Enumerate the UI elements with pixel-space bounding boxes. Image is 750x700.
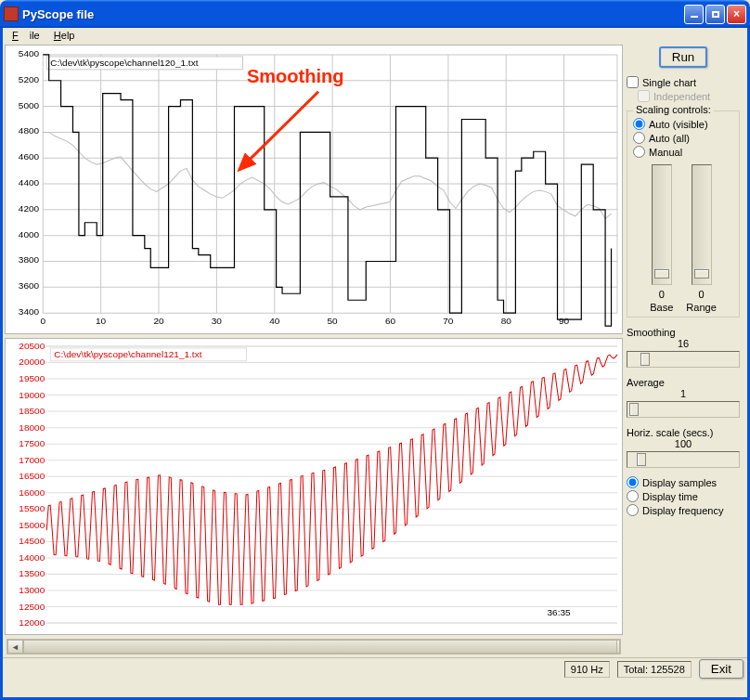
- window-title: PyScope file: [22, 7, 684, 21]
- svg-text:4000: 4000: [19, 229, 40, 240]
- smoothing-label: Smoothing: [627, 327, 740, 338]
- auto-visible-radio[interactable]: Auto (visible): [633, 117, 733, 131]
- base-slider[interactable]: [652, 164, 672, 285]
- range-label: Range: [686, 302, 716, 313]
- run-button[interactable]: Run: [659, 46, 707, 68]
- svg-text:16500: 16500: [19, 471, 45, 481]
- exit-button[interactable]: Exit: [699, 659, 744, 679]
- minimize-button[interactable]: [684, 5, 704, 24]
- svg-text:90: 90: [559, 316, 570, 326]
- svg-text:19500: 19500: [19, 373, 45, 383]
- svg-text:3600: 3600: [19, 280, 40, 291]
- svg-text:19000: 19000: [19, 390, 45, 400]
- smoothing-slider[interactable]: [627, 351, 740, 368]
- svg-text:50: 50: [328, 316, 339, 326]
- svg-text:12500: 12500: [19, 602, 45, 612]
- single-chart-label: Single chart: [642, 77, 696, 88]
- svg-text:18000: 18000: [19, 422, 45, 433]
- status-bar: 910 Hz Total: 125528 Exit: [3, 657, 747, 680]
- menu-bar: File Help: [3, 28, 747, 43]
- scroll-left-arrow-icon[interactable]: ◄: [7, 640, 23, 654]
- svg-text:4800: 4800: [19, 125, 40, 136]
- title-bar: PyScope file ×: [0, 0, 750, 28]
- svg-text:15500: 15500: [19, 503, 45, 513]
- svg-text:14500: 14500: [19, 536, 45, 546]
- annotation-smoothing-label: Smoothing: [247, 66, 343, 87]
- status-total: Total: 125528: [617, 661, 692, 678]
- chart-bottom: 2050020000195001900018500180001750017000…: [5, 338, 623, 635]
- range-slider[interactable]: [692, 164, 712, 285]
- independent-label: Independent: [653, 91, 710, 102]
- svg-text:18500: 18500: [19, 406, 45, 416]
- svg-text:5200: 5200: [19, 74, 40, 84]
- svg-text:60: 60: [385, 316, 396, 326]
- scaling-controls-group: Scaling controls: Auto (visible) Auto (a…: [627, 110, 740, 318]
- svg-text:13000: 13000: [19, 585, 45, 595]
- average-value: 1: [627, 388, 740, 399]
- auto-all-radio[interactable]: Auto (all): [633, 131, 733, 145]
- app-icon: [4, 6, 19, 21]
- horiz-scale-slider[interactable]: [627, 451, 740, 468]
- display-samples-radio[interactable]: Display samples: [627, 475, 740, 489]
- svg-text:5000: 5000: [19, 100, 40, 110]
- horiz-scale-value: 100: [627, 438, 740, 449]
- svg-text:36:35: 36:35: [548, 607, 572, 617]
- svg-text:C:\dev\tk\pyscope\channel121_1: C:\dev\tk\pyscope\channel121_1.txt: [54, 349, 201, 359]
- svg-text:17000: 17000: [19, 455, 45, 465]
- svg-text:40: 40: [269, 316, 280, 326]
- svg-text:15000: 15000: [19, 520, 45, 530]
- svg-text:20500: 20500: [19, 341, 45, 351]
- independent-checkbox: Independent: [638, 89, 740, 103]
- close-button[interactable]: ×: [727, 5, 746, 24]
- horiz-scale-label: Horiz. scale (secs.): [627, 427, 740, 438]
- svg-text:30: 30: [212, 316, 223, 326]
- menu-file[interactable]: File: [6, 28, 45, 43]
- average-slider[interactable]: [627, 401, 740, 418]
- status-rate: 910 Hz: [564, 661, 610, 678]
- svg-text:13500: 13500: [19, 569, 45, 579]
- svg-text:14000: 14000: [19, 552, 45, 563]
- svg-text:17500: 17500: [19, 438, 45, 448]
- average-label: Average: [627, 377, 740, 388]
- svg-text:12000: 12000: [19, 617, 45, 628]
- controls-panel: Run Single chart Independent Scaling con…: [623, 45, 744, 657]
- display-frequency-radio[interactable]: Display frequency: [627, 503, 740, 517]
- single-chart-checkbox[interactable]: Single chart: [627, 75, 740, 89]
- base-value: 0: [659, 289, 665, 300]
- svg-text:80: 80: [501, 316, 512, 326]
- horizontal-scrollbar[interactable]: ◄ ►: [6, 639, 621, 655]
- svg-text:4600: 4600: [19, 151, 40, 162]
- svg-text:20: 20: [153, 316, 164, 326]
- maximize-button[interactable]: [705, 5, 725, 24]
- svg-text:C:\dev\tk\pyscope\channel120_1: C:\dev\tk\pyscope\channel120_1.txt: [50, 58, 198, 68]
- chart-top: Smoothing 540052005000480046004400420040…: [5, 45, 623, 334]
- svg-text:4400: 4400: [19, 177, 40, 188]
- svg-text:20000: 20000: [19, 357, 45, 368]
- svg-text:0: 0: [40, 316, 45, 326]
- svg-text:16000: 16000: [19, 487, 45, 498]
- menu-help[interactable]: Help: [48, 28, 81, 43]
- svg-text:4200: 4200: [19, 203, 40, 214]
- svg-text:5400: 5400: [19, 48, 40, 58]
- base-label: Base: [650, 302, 673, 313]
- svg-text:3800: 3800: [19, 255, 40, 266]
- manual-radio[interactable]: Manual: [633, 145, 733, 159]
- display-time-radio[interactable]: Display time: [627, 489, 740, 503]
- range-value: 0: [698, 289, 704, 300]
- smoothing-value: 16: [627, 338, 740, 349]
- svg-text:10: 10: [96, 316, 107, 326]
- svg-text:70: 70: [443, 316, 454, 326]
- svg-text:3400: 3400: [19, 306, 40, 317]
- scaling-legend: Scaling controls:: [633, 104, 714, 115]
